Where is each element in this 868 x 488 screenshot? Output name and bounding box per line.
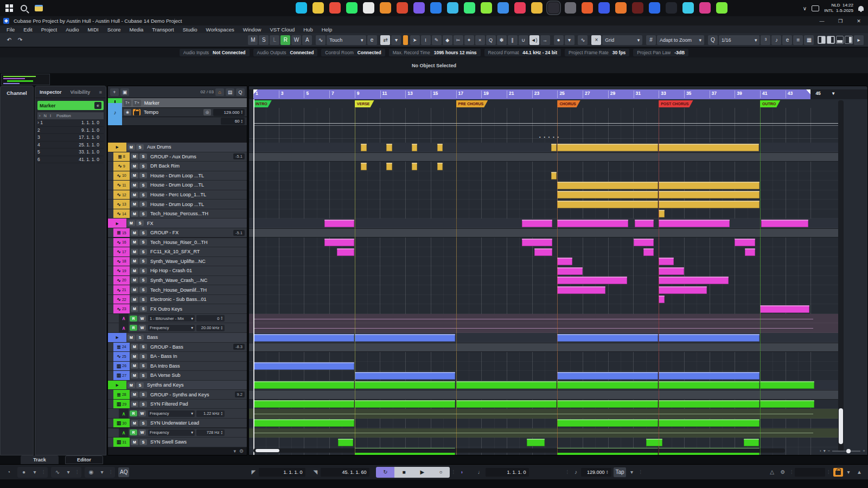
track-row[interactable]: ▥30MSSYN Underwater Lead <box>108 419 247 428</box>
notification-bell-icon[interactable] <box>858 6 864 11</box>
comp-tool[interactable]: ∥ <box>508 35 518 45</box>
status-record-format[interactable]: Record Format44.1 kHz - 24 bit <box>484 49 561 56</box>
track-row[interactable]: ∿10MSHouse - Drum Loop ...TL <box>108 171 247 181</box>
tab-visibility[interactable]: Visibility <box>66 89 95 95</box>
clip[interactable] <box>557 286 605 294</box>
status-control-room[interactable]: Control RoomConnected <box>321 49 385 56</box>
track-row[interactable]: ∧RWFrequency▾1.22 kHz▲▼ <box>108 409 247 419</box>
marker-flag[interactable]: PRE CHORUS <box>456 100 488 107</box>
tempo-note-icon[interactable]: ♪ <box>570 467 581 477</box>
audio-activity-icon[interactable]: ∿ <box>52 467 63 477</box>
tempo-value-field[interactable]: 129.000▲▼ <box>213 109 245 116</box>
clip[interactable] <box>557 201 658 208</box>
snap-type-select[interactable]: Grid▾ <box>602 35 642 45</box>
tempo-mode-dropdown[interactable]: ▾ <box>627 467 637 477</box>
zoom-tool[interactable]: Q <box>486 35 496 45</box>
menu-media[interactable]: Media <box>125 27 148 33</box>
clip[interactable] <box>659 182 760 189</box>
erase-tool[interactable]: ◆ <box>443 35 452 45</box>
track-row[interactable]: ≣28MSGROUP - Synths and Keys9.2 <box>108 390 247 400</box>
clip[interactable] <box>355 334 456 342</box>
marker-list-item[interactable]: 29. 1. 1. 0 <box>37 127 104 134</box>
menu-project[interactable]: Project <box>37 27 62 33</box>
tap-tempo-button[interactable]: Tap <box>614 467 626 477</box>
taskbar-app-icon[interactable] <box>682 2 694 14</box>
automation-line[interactable] <box>253 319 813 319</box>
taskbar-app-icon[interactable] <box>397 2 408 14</box>
clip[interactable] <box>659 258 674 265</box>
grid-type-select[interactable]: Adapt to Zoom▾ <box>657 35 704 45</box>
tab-editor[interactable]: Editor <box>65 455 103 464</box>
track-row[interactable]: ∧RWFrequency▾728 Hz▲▼ <box>108 428 247 438</box>
hand-tool[interactable]: ✽ <box>497 35 507 45</box>
taskbar-app-icon[interactable] <box>413 2 425 14</box>
mute-tool[interactable]: × <box>475 35 485 45</box>
track-row[interactable]: ▸MSBass <box>108 333 247 343</box>
track-row[interactable]: ∧RW1 - Bitcrusher - Mix▾0▲▼ <box>108 314 247 324</box>
global-a-button[interactable]: A <box>302 35 312 45</box>
clip[interactable] <box>355 372 456 380</box>
global-w-button[interactable]: W <box>291 35 301 45</box>
clip[interactable] <box>659 191 760 198</box>
clip[interactable] <box>412 144 418 151</box>
status-audio-outputs[interactable]: Audio OutputsConnected <box>253 49 318 56</box>
taskbar-app-icon[interactable] <box>380 2 391 14</box>
zoom-out-icon[interactable]: − <box>828 448 831 453</box>
taskbar-app-icon[interactable] <box>346 2 358 14</box>
minimize-button[interactable]: — <box>813 16 831 25</box>
taskbar-app-icon[interactable] <box>481 2 492 14</box>
clip[interactable] <box>659 277 728 284</box>
close-button[interactable]: ✕ <box>850 16 868 25</box>
clip[interactable] <box>735 239 755 246</box>
clip[interactable] <box>646 439 662 446</box>
menu-transport[interactable]: Transport <box>148 27 178 33</box>
setup-toolbar-icon[interactable]: ▸ <box>854 35 864 45</box>
menu-help[interactable]: Help <box>317 27 337 33</box>
track-row[interactable]: ∿21MSTech_House_Downlif...TH <box>108 285 247 295</box>
tracklist-scroll-down-icon[interactable]: ▾ <box>233 448 236 454</box>
clip[interactable] <box>253 362 354 370</box>
global-r-button[interactable]: R <box>280 35 290 45</box>
clip[interactable] <box>659 372 760 380</box>
dotted-icon[interactable]: ♪ <box>771 35 781 45</box>
lower-zone-toggle[interactable] <box>836 36 844 44</box>
status-project-frame-rate[interactable]: Project Frame Rate30 fps <box>565 49 629 56</box>
taskbar-app-icon[interactable] <box>565 2 576 14</box>
quantize-icon[interactable]: Q <box>708 35 718 45</box>
automation-line[interactable] <box>253 414 813 414</box>
automation-line[interactable] <box>253 328 813 329</box>
marker-list-item[interactable]: 425. 1. 1. 0 <box>37 142 104 149</box>
file-explorer-icon[interactable] <box>35 5 43 11</box>
track-row[interactable]: ∿22MSElectronic - Sub Bass...01 <box>108 295 247 305</box>
clip[interactable] <box>659 400 760 408</box>
split-tool[interactable]: ✂ <box>454 35 463 45</box>
track-row[interactable]: ∿16MSTech_House_Riser_0...TH <box>108 238 247 248</box>
scrub-tool[interactable]: → <box>540 35 550 45</box>
snap-icon[interactable]: × <box>591 35 601 45</box>
clip[interactable] <box>760 381 814 389</box>
track-row[interactable]: ▥26MSBA Intro Bass <box>108 362 247 371</box>
marker-list-item[interactable]: 641. 1. 1. 0 <box>37 156 104 164</box>
track-agents-icon[interactable]: ▤ <box>226 88 234 96</box>
clip[interactable] <box>557 277 627 284</box>
constrain-delay-icon[interactable]: ◔ <box>3 467 14 477</box>
quantize-select[interactable]: 1/16▾ <box>719 35 760 45</box>
menu-vst-cloud[interactable]: VST Cloud <box>265 27 299 33</box>
grid-icon[interactable]: # <box>646 35 656 45</box>
redo-icon[interactable]: ↷ <box>15 35 25 45</box>
automation-parameter-select[interactable]: Frequency▾ <box>148 410 195 417</box>
clip[interactable] <box>659 296 665 303</box>
folder-icon[interactable]: ▸ <box>108 143 126 152</box>
audition-tool[interactable]: ◄) <box>529 35 539 45</box>
taskbar-app-icon[interactable] <box>296 2 307 14</box>
zoom-slider[interactable] <box>832 451 860 452</box>
clip[interactable] <box>659 144 758 151</box>
tempo-field[interactable]: 129.000 ▲▼ <box>581 468 611 477</box>
marker-list-item[interactable]: › 11. 1. 1. 0 <box>37 119 104 127</box>
clip[interactable] <box>361 144 367 151</box>
home-icon[interactable]: ⌂ <box>215 88 224 96</box>
tempo-curve-line[interactable] <box>253 123 840 124</box>
clip[interactable] <box>659 381 760 389</box>
menu-audio[interactable]: Audio <box>61 27 83 33</box>
marker-lane[interactable]: INTROVERSEPRE CHORUSCHORUSPOST CHORUSOUT… <box>249 100 868 108</box>
